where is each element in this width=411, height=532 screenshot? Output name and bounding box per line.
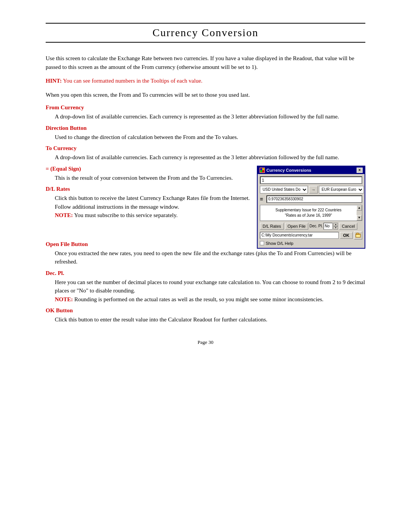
dialog-amount-input[interactable] [260, 176, 362, 184]
content-area: = (Equal Sign) This is the result of you… [46, 166, 365, 249]
dialog-path-input[interactable] [260, 232, 339, 239]
to-currency-label: To Currency [46, 145, 365, 152]
direction-arrow-button[interactable]: → [309, 186, 318, 193]
dialog-equals-row: = [260, 195, 362, 203]
page: Currency Conversion Use this screen to c… [0, 0, 411, 368]
dec-pl-section-body: Here you can set the number of decimal p… [55, 278, 365, 304]
intro-para2: When you open this screen, the From and … [46, 91, 365, 99]
dec-pl-group: Dec. Pl. ▲ ▼ [309, 223, 338, 230]
dialog-info-box: Supplementary Issue for 222 Countries "R… [260, 205, 362, 221]
dialog-result-input[interactable] [266, 195, 362, 203]
open-file-text: Once you extracted the new rates, you ne… [55, 250, 352, 265]
equal-sign-label: = (Equal Sign) [46, 166, 253, 172]
right-col: Currency Conversions × USD United States… [257, 166, 365, 249]
svg-rect-2 [262, 168, 264, 170]
dialog-btn-row: D/L Rates Open File Dec. Pl. ▲ ▼ Cancel [260, 223, 362, 230]
svg-rect-6 [357, 233, 358, 234]
dec-pl-spin: ▲ ▼ [333, 223, 338, 230]
to-currency-body: A drop-down list of available currencies… [55, 153, 365, 162]
dialog-title-icon [260, 168, 265, 173]
from-currency-label: From Currency [46, 104, 365, 111]
page-number: Page 30 [46, 339, 365, 345]
direction-button-body: Used to change the direction of calculat… [55, 133, 365, 142]
svg-rect-5 [356, 235, 360, 237]
ok-button[interactable]: OK [340, 232, 353, 239]
ok-section-body: Click this button to enter the result va… [55, 315, 365, 324]
dec-pl-note-label: NOTE: [55, 296, 73, 302]
dialog-currency-row: USD United States Do → EUR European Euro [260, 186, 362, 193]
dl-rates-note-label: NOTE: [55, 212, 73, 218]
dec-pl-label: Dec. Pl. [309, 224, 323, 228]
to-currency-select[interactable]: EUR European Euro [319, 186, 364, 193]
hint-text: You can see formatted numbers in the Too… [63, 78, 202, 84]
dec-pl-spin-up[interactable]: ▲ [333, 223, 338, 226]
info-line2: "Rates as of June 16, 1999" [285, 213, 332, 217]
svg-rect-3 [260, 170, 262, 172]
hint-label: HINT: [46, 78, 62, 84]
dec-pl-input[interactable] [323, 223, 333, 230]
title-section: Currency Conversion [46, 23, 365, 43]
dec-pl-spin-down[interactable]: ▼ [333, 226, 338, 230]
dialog-titlebar: Currency Conversions × [258, 166, 365, 174]
dl-rates-button[interactable]: D/L Rates [260, 223, 284, 230]
open-file-body: Once you extracted the new rates, you ne… [55, 249, 365, 266]
show-dl-help-label: Show D/L Help [266, 241, 293, 246]
ok-section-label: OK Button [46, 307, 365, 314]
info-scrollbar: ▲ ▼ [357, 205, 362, 220]
dl-rates-text: Click this button to receive the latest … [55, 195, 250, 210]
dialog-info-text: Supplementary Issue for 222 Countries "R… [262, 208, 355, 218]
dialog-content: USD United States Do → EUR European Euro… [258, 174, 365, 248]
from-currency-body: A drop-down list of available currencies… [55, 112, 365, 121]
dialog-title-text: Currency Conversions [266, 168, 311, 173]
equal-sign-body: This is the result of your conversion be… [55, 174, 253, 182]
dl-rates-body: Click this button to receive the latest … [55, 194, 253, 220]
dialog-icon-button[interactable] [354, 231, 362, 240]
direction-button-label: Direction Button [46, 125, 365, 131]
dec-pl-text: Here you can set the number of decimal p… [55, 279, 365, 294]
dialog-titlebar-left: Currency Conversions [260, 168, 311, 173]
info-line1: Supplementary Issue for 222 Countries [276, 208, 341, 212]
currency-dialog: Currency Conversions × USD United States… [257, 166, 365, 249]
dialog-close-button[interactable]: × [357, 168, 363, 173]
dialog-checkbox-row: Show D/L Help [260, 241, 362, 246]
svg-rect-1 [262, 170, 264, 172]
title-line-top [46, 23, 365, 24]
title-line-bottom [46, 42, 365, 43]
show-dl-help-checkbox[interactable] [260, 241, 264, 245]
scrollbar-up-btn[interactable]: ▲ [357, 205, 362, 211]
dl-rates-label: D/L Rates [46, 186, 253, 192]
dl-rates-note-text: You must subscribe to this service separ… [74, 212, 178, 218]
from-currency-select[interactable]: USD United States Do [260, 186, 308, 193]
intro-para1: Use this screen to calculate the Exchang… [46, 54, 365, 71]
dialog-path-row: OK [260, 231, 362, 240]
dialog-input-row [260, 176, 362, 184]
hint-para: HINT: You can see formatted numbers in t… [46, 77, 365, 85]
left-col: = (Equal Sign) This is the result of you… [46, 166, 253, 249]
equals-sign: = [260, 196, 264, 202]
dec-pl-section-label: Dec. Pl. [46, 270, 365, 276]
open-file-button[interactable]: Open File [285, 223, 309, 230]
scrollbar-down-btn[interactable]: ▼ [357, 215, 362, 220]
page-title: Currency Conversion [46, 27, 365, 39]
svg-rect-0 [260, 168, 262, 170]
cancel-button[interactable]: Cancel [339, 223, 357, 230]
dec-pl-note-text: Rounding is performed on the actual rate… [74, 296, 323, 302]
